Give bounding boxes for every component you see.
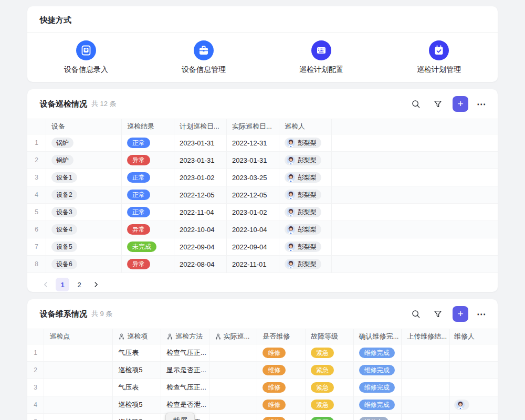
actual-date-cell[interactable]: 2022-09-04: [227, 238, 279, 255]
device-cell[interactable]: 设备4: [46, 221, 122, 238]
point-cell[interactable]: [44, 344, 113, 361]
table-row[interactable]: 5 巡检项5 显示是否正... 维修 重要 维修中: [27, 414, 498, 420]
method-cell[interactable]: 检查是否泄...: [161, 396, 209, 413]
column-header-worker[interactable]: 维修人: [450, 329, 498, 344]
inspector-cell[interactable]: 彭梨梨: [279, 152, 332, 169]
column-header-repair[interactable]: 是否维修: [257, 329, 306, 344]
table-row[interactable]: 5 设备3 正常 2022-11-04 2023-01-02 彭梨梨: [27, 204, 498, 221]
table-row[interactable]: 1 锅炉 正常 2023-01-31 2022-12-31 彭梨梨: [27, 134, 498, 152]
planned-date-cell[interactable]: 2022-10-04: [174, 221, 227, 238]
worker-cell[interactable]: [450, 414, 498, 420]
result-cell[interactable]: 未完成: [122, 238, 174, 255]
table-row[interactable]: 1 气压表 检查气压正... 维修 紧急 维修完成: [27, 344, 498, 362]
table-row[interactable]: 4 设备2 正常 2022-12-05 2022-12-05 彭梨梨: [27, 186, 498, 204]
result-cell[interactable]: 正常: [122, 134, 174, 151]
actual-cell[interactable]: [209, 344, 258, 361]
more-options-button[interactable]: ⋯: [476, 309, 487, 320]
method-cell[interactable]: 检查气压正...: [161, 379, 209, 396]
repair-cell[interactable]: 维修: [257, 396, 306, 413]
inspector-cell[interactable]: 彭梨梨: [279, 204, 332, 220]
table-row[interactable]: 6 设备4 异常 2022-10-04 2022-10-04 彭梨梨: [27, 221, 498, 238]
confirm-cell[interactable]: 维修完成: [354, 396, 402, 413]
column-header-planned-date[interactable]: 计划巡检日...: [174, 119, 227, 134]
actual-cell[interactable]: [209, 362, 258, 379]
item-cell[interactable]: 巡检项5: [113, 414, 161, 420]
table-row[interactable]: 4 巡检项5 检查是否泄... 维修 紧急 维修完成: [27, 396, 498, 414]
item-cell[interactable]: 气压表: [113, 379, 161, 396]
next-page-button[interactable]: [89, 278, 103, 291]
device-cell[interactable]: 锅炉: [46, 134, 122, 151]
planned-date-cell[interactable]: 2022-12-05: [174, 186, 227, 203]
confirm-cell[interactable]: 维修完成: [354, 379, 402, 396]
actual-date-cell[interactable]: 2023-03-25: [227, 169, 279, 186]
result-cell[interactable]: 正常: [122, 204, 174, 220]
search-button[interactable]: [408, 97, 423, 111]
filter-button[interactable]: [430, 97, 445, 111]
column-header-actual[interactable]: 实际巡...: [209, 329, 258, 344]
planned-date-cell[interactable]: 2023-01-02: [174, 169, 227, 186]
level-cell[interactable]: 紧急: [306, 362, 354, 379]
point-cell[interactable]: [44, 414, 113, 420]
planned-date-cell[interactable]: 2022-09-04: [174, 238, 227, 255]
device-cell[interactable]: 设备6: [46, 256, 122, 272]
shortcut-device-entry[interactable]: 设备信息录入: [27, 40, 145, 75]
item-cell[interactable]: 气压表: [113, 344, 161, 361]
planned-date-cell[interactable]: 2023-01-31: [174, 134, 227, 151]
result-cell[interactable]: 正常: [122, 169, 174, 186]
level-cell[interactable]: 紧急: [306, 379, 354, 396]
method-cell[interactable]: 显示是否正...: [161, 362, 209, 379]
worker-cell[interactable]: [450, 362, 498, 379]
table-row[interactable]: 7 设备5 未完成 2022-09-04 2022-09-04 彭梨梨: [27, 238, 498, 256]
level-cell[interactable]: 重要: [306, 414, 354, 420]
item-cell[interactable]: 巡检项5: [113, 396, 161, 413]
method-cell[interactable]: 检查气压正...: [161, 344, 209, 361]
confirm-cell[interactable]: 维修中: [354, 414, 402, 420]
shortcut-plan-manage[interactable]: 巡检计划管理: [380, 40, 498, 75]
repair-cell[interactable]: 维修: [257, 379, 306, 396]
upload-cell[interactable]: [402, 362, 450, 379]
filter-button[interactable]: [430, 307, 445, 321]
worker-cell[interactable]: [450, 379, 498, 396]
upload-cell[interactable]: [402, 396, 450, 413]
column-header-device[interactable]: 设备: [46, 119, 122, 134]
column-header-level[interactable]: 故障等级: [306, 329, 354, 344]
repair-cell[interactable]: 维修: [257, 344, 306, 361]
shortcut-plan-config[interactable]: 巡检计划配置: [262, 40, 380, 75]
result-cell[interactable]: 异常: [122, 221, 174, 238]
actual-cell[interactable]: [209, 414, 258, 420]
actual-date-cell[interactable]: 2023-01-31: [227, 152, 279, 169]
repair-cell[interactable]: 维修: [257, 414, 306, 420]
repair-cell[interactable]: 维修: [257, 362, 306, 379]
table-row[interactable]: 3 设备1 正常 2023-01-02 2023-03-25 彭梨梨: [27, 169, 498, 186]
page-button-1[interactable]: 1: [56, 278, 69, 291]
actual-date-cell[interactable]: 2022-12-05: [227, 186, 279, 203]
actual-date-cell[interactable]: 2023-01-02: [227, 204, 279, 220]
confirm-cell[interactable]: 维修完成: [354, 344, 402, 361]
column-header-upload[interactable]: 上传维修结...: [402, 329, 450, 344]
prev-page-button[interactable]: [39, 278, 52, 291]
upload-cell[interactable]: [402, 344, 450, 361]
column-header-result[interactable]: 巡检结果: [122, 119, 174, 134]
point-cell[interactable]: [44, 396, 113, 413]
level-cell[interactable]: 紧急: [306, 396, 354, 413]
point-cell[interactable]: [44, 362, 113, 379]
device-cell[interactable]: 锅炉: [46, 152, 122, 169]
more-options-button[interactable]: ⋯: [476, 99, 487, 110]
search-button[interactable]: [408, 307, 423, 321]
column-header-confirm[interactable]: 确认维修完...: [354, 329, 402, 344]
table-row[interactable]: 2 锅炉 异常 2023-01-31 2023-01-31 彭梨梨: [27, 152, 498, 169]
level-cell[interactable]: 紧急: [306, 344, 354, 361]
result-cell[interactable]: 异常: [122, 256, 174, 272]
column-header-point[interactable]: 巡检点: [44, 329, 113, 344]
planned-date-cell[interactable]: 2022-11-04: [174, 204, 227, 220]
add-record-button[interactable]: +: [453, 96, 468, 112]
planned-date-cell[interactable]: 2023-01-31: [174, 152, 227, 169]
inspector-cell[interactable]: 彭梨梨: [279, 169, 332, 186]
column-header-inspector[interactable]: 巡检人: [279, 119, 332, 134]
page-button-2[interactable]: 2: [72, 278, 86, 291]
actual-date-cell[interactable]: 2022-12-31: [227, 134, 279, 151]
device-cell[interactable]: 设备3: [46, 204, 122, 220]
point-cell[interactable]: [44, 379, 113, 396]
item-cell[interactable]: 巡检项5: [113, 362, 161, 379]
table-row[interactable]: 8 设备6 异常 2022-08-04 2022-11-01 彭梨梨: [27, 256, 498, 273]
